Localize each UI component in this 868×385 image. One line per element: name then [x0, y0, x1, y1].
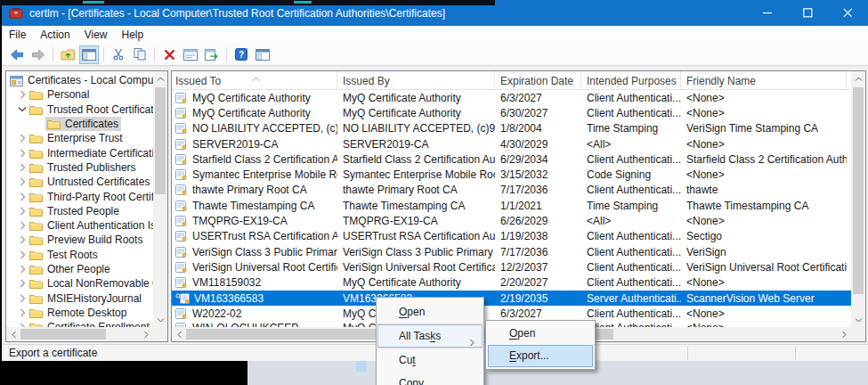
chevron-right-icon[interactable]	[18, 149, 27, 158]
tree-item-remote-desktop[interactable]: Remote Desktop	[6, 306, 153, 320]
column-header-friendly[interactable]: Friendly Name	[681, 71, 847, 90]
submenu-item-export[interactable]: Export...	[488, 345, 593, 367]
tree-item-test-roots[interactable]: Test Roots	[6, 248, 153, 262]
svg-text:?: ?	[239, 50, 244, 60]
scroll-left-icon[interactable]	[172, 327, 186, 341]
cell-issued-to: W2022-02	[192, 307, 241, 320]
scroll-up-icon[interactable]	[851, 71, 865, 86]
context-menu-item-all-tasks[interactable]: All Tasks	[377, 324, 483, 348]
tree-item-trusted-publishers[interactable]: Trusted Publishers	[6, 160, 153, 175]
scroll-down-icon[interactable]	[851, 313, 865, 327]
tree-horizontal-scrollbar[interactable]	[6, 327, 153, 341]
tree-item-enterprise-trust[interactable]: Enterprise Trust	[6, 131, 153, 145]
cut-icon[interactable]	[109, 45, 128, 64]
table-row-selected[interactable]: VM163366583 VM163366583 2/19/2035 Server…	[172, 291, 851, 306]
table-row[interactable]: USERTrust RSA Certification Aut... USERT…	[172, 229, 851, 244]
table-row[interactable]: Symantec Enterprise Mobile Ro... Symante…	[172, 167, 851, 182]
folder-icon	[29, 220, 43, 231]
scroll-left-icon[interactable]	[6, 327, 20, 341]
tree-item-local-nonremovable[interactable]: Local NonRemovable Cert	[6, 276, 153, 291]
cell-purposes: Client Authenticati...	[581, 184, 681, 196]
menu-view[interactable]: View	[77, 26, 115, 44]
chevron-right-icon[interactable]	[18, 221, 27, 230]
submenu-item-open[interactable]: Open	[488, 323, 593, 345]
column-header-expiration[interactable]: Expiration Date	[495, 71, 581, 90]
table-row[interactable]: W2022-02 MyQ Certificate Authority 6/3/2…	[172, 306, 851, 321]
scrollbar-thumb[interactable]	[853, 87, 864, 294]
menu-action[interactable]: Action	[33, 26, 77, 44]
chevron-right-icon[interactable]	[18, 163, 27, 172]
scrollbar-thumb[interactable]	[155, 87, 166, 194]
tree-item-intermediate[interactable]: Intermediate Certification	[6, 145, 153, 160]
table-row[interactable]: Starfield Class 2 Certification A... Sta…	[172, 152, 851, 167]
tree-item-personal[interactable]: Personal	[6, 87, 153, 102]
table-row[interactable]: NO LIABILITY ACCEPTED, (c)97 ... NO LIAB…	[172, 121, 851, 136]
table-row[interactable]: VeriSign Class 3 Public Primary ... Veri…	[172, 244, 851, 259]
chevron-right-icon[interactable]	[18, 192, 27, 201]
chevron-right-icon[interactable]	[18, 265, 27, 274]
menu-file[interactable]: File	[2, 26, 33, 44]
list-vertical-scrollbar[interactable]	[851, 71, 865, 327]
chevron-right-icon[interactable]	[18, 294, 27, 303]
context-menu-item-cut[interactable]: Cut	[377, 348, 483, 372]
scrollbar-thumb[interactable]	[20, 329, 106, 340]
help-icon[interactable]: ?	[231, 45, 251, 64]
chevron-right-icon[interactable]	[18, 90, 27, 99]
close-button[interactable]	[828, 0, 868, 26]
tree-item-msie-history[interactable]: MSIEHistoryJournal	[6, 291, 153, 305]
chevron-right-icon[interactable]	[18, 235, 27, 244]
chevron-right-icon[interactable]	[18, 308, 27, 317]
export-list-icon[interactable]	[202, 45, 222, 64]
chevron-right-icon[interactable]	[18, 279, 27, 288]
copy-icon[interactable]	[130, 45, 150, 64]
menu-help[interactable]: Help	[115, 26, 151, 44]
new-window-icon[interactable]	[253, 45, 272, 64]
show-console-tree-icon[interactable]	[79, 45, 99, 64]
chevron-down-icon[interactable]	[18, 106, 27, 112]
up-level-icon[interactable]	[58, 45, 77, 64]
status-text: Export a certificate	[9, 347, 97, 359]
cell-purposes: Client Authenticati...	[581, 107, 681, 119]
tree-item-other-people[interactable]: Other People	[6, 262, 153, 276]
table-row[interactable]: Thawte Timestamping CA Thawte Timestampi…	[172, 198, 851, 213]
scroll-up-icon[interactable]	[153, 71, 167, 86]
chevron-right-icon[interactable]	[18, 250, 27, 259]
context-menu-item-open[interactable]: Open	[377, 300, 483, 324]
scroll-right-icon[interactable]	[139, 327, 153, 341]
table-row[interactable]: MyQ Certificate Authority MyQ Certificat…	[172, 105, 851, 120]
cell-issued-to: MyQ Certificate Authority	[192, 107, 311, 119]
table-row[interactable]: TMQPRG-EX19-CA TMQPRG-EX19-CA 6/26/2029 …	[172, 213, 851, 228]
table-row[interactable]: VM118159032 MyQ Certificate Authority 2/…	[172, 275, 851, 291]
properties-icon[interactable]	[181, 45, 200, 64]
tree-root[interactable]: Certificates - Local Computer	[6, 73, 153, 87]
column-header-purposes[interactable]: Intended Purposes	[581, 71, 681, 90]
table-row[interactable]: VeriSign Universal Root Certific... Veri…	[172, 259, 851, 274]
chevron-right-icon[interactable]	[18, 134, 27, 143]
tree-item-cert-enrollment[interactable]: Certificate Enrollment Req	[6, 320, 153, 327]
forward-icon[interactable]	[28, 45, 48, 64]
back-icon[interactable]	[7, 45, 27, 64]
column-header-issued-by[interactable]: Issued By	[337, 71, 495, 90]
tree-item-certificates-selected[interactable]: Certificates	[6, 117, 153, 131]
cell-friendly: <None>	[681, 138, 847, 151]
chevron-right-icon[interactable]	[18, 177, 27, 186]
tree-item-trusted-root[interactable]: Trusted Root Certification	[6, 102, 153, 117]
context-menu-item-copy[interactable]: Copy	[377, 372, 483, 385]
tree-item-trusted-people[interactable]: Trusted People	[6, 204, 153, 218]
chevron-right-icon[interactable]	[18, 207, 27, 216]
scroll-down-icon[interactable]	[153, 313, 167, 327]
tree-item-preview-build[interactable]: Preview Build Roots	[6, 233, 153, 247]
scroll-right-icon[interactable]	[837, 327, 851, 341]
cell-issued-by: VeriSign Universal Root Certificati...	[337, 261, 495, 274]
table-row[interactable]: SERVER2019-CA SERVER2019-CA 4/30/2029 <A…	[172, 136, 851, 152]
tree-item-client-auth[interactable]: Client Authentication Issu	[6, 218, 153, 233]
table-row[interactable]: thawte Primary Root CA thawte Primary Ro…	[172, 183, 851, 198]
tree-vertical-scrollbar[interactable]	[153, 71, 167, 327]
tree-item-untrusted[interactable]: Untrusted Certificates	[6, 175, 153, 189]
delete-icon[interactable]	[159, 45, 179, 64]
minimize-button[interactable]	[748, 0, 788, 26]
table-row[interactable]: MyQ Certificate Authority MyQ Certificat…	[172, 90, 851, 105]
maximize-button[interactable]	[788, 0, 828, 26]
cell-expiration: 6/29/2034	[495, 153, 581, 166]
tree-item-third-party[interactable]: Third-Party Root Certifica	[6, 189, 153, 203]
